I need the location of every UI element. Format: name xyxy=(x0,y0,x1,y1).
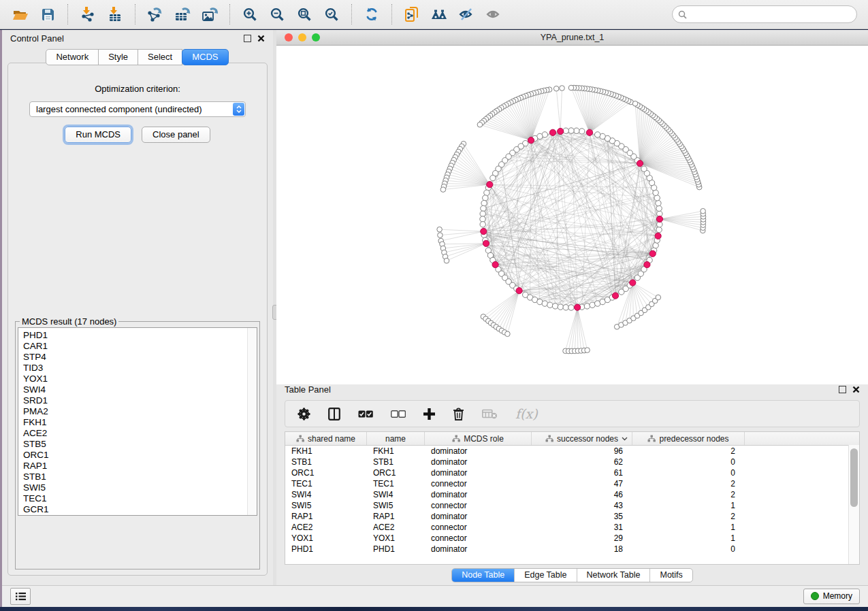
minimize-window-icon[interactable] xyxy=(298,33,306,42)
table-row[interactable]: PHD1PHD1dominator180 xyxy=(285,544,859,555)
mcds-node-item[interactable]: CAR1 xyxy=(23,341,257,352)
mcds-node-item[interactable]: TEC1 xyxy=(23,493,257,504)
column-header-predecessor-nodes[interactable]: predecessor nodes xyxy=(632,432,745,445)
column-header-MCDS-role[interactable]: MCDS role xyxy=(425,432,532,445)
mcds-node-item[interactable]: STB1 xyxy=(23,472,257,482)
deselect-all-button[interactable] xyxy=(391,410,406,418)
mcds-node-item[interactable]: STP4 xyxy=(23,352,257,363)
show-columns-button[interactable] xyxy=(328,408,340,420)
tab-select[interactable]: Select xyxy=(138,49,182,65)
toolbar-separator xyxy=(229,4,230,24)
save-button[interactable] xyxy=(34,2,61,27)
gear-icon xyxy=(298,408,310,420)
table-row[interactable]: ORC1ORC1dominator610 xyxy=(285,467,859,478)
select-all-button[interactable] xyxy=(358,410,373,418)
add-row-button[interactable] xyxy=(423,408,435,420)
table-row[interactable]: RAP1RAP1dominator352 xyxy=(285,511,859,522)
cell: ACE2 xyxy=(285,523,367,532)
mcds-node-item[interactable]: SWI4 xyxy=(23,384,257,395)
float-table-panel-icon[interactable] xyxy=(839,386,846,393)
show-visibility-button[interactable] xyxy=(480,2,507,27)
export-table-icon xyxy=(174,7,191,22)
network-window: YPA_prune.txt_1 xyxy=(276,30,868,381)
cell: TEC1 xyxy=(285,479,367,489)
main-toolbar xyxy=(0,0,868,29)
float-panel-icon[interactable] xyxy=(244,35,251,42)
mcds-node-item[interactable]: SWI5 xyxy=(23,482,257,493)
mcds-node-item[interactable]: PHD1 xyxy=(23,330,257,341)
column-header-name[interactable]: name xyxy=(367,432,425,445)
toolbar-separator xyxy=(135,4,135,24)
table-row[interactable]: TEC1TEC1connector472 xyxy=(285,478,859,489)
table-row[interactable]: SWI5SWI5connector431 xyxy=(285,500,859,511)
memory-button[interactable]: Memory xyxy=(803,589,860,604)
table-row[interactable]: STB1STB1dominator620 xyxy=(285,457,859,467)
show-panels-button[interactable] xyxy=(10,588,31,605)
cell: SWI5 xyxy=(285,501,367,510)
maximize-window-icon[interactable] xyxy=(312,33,320,42)
open-file-button[interactable] xyxy=(7,2,34,27)
mcds-node-item[interactable]: STB5 xyxy=(23,439,257,450)
mcds-node-item[interactable]: PMA2 xyxy=(23,406,257,417)
table-row[interactable]: FKH1FKH1dominator962 xyxy=(285,446,859,457)
cell: STB1 xyxy=(285,457,367,467)
tab-network[interactable]: Network xyxy=(46,49,99,65)
memory-status-icon xyxy=(811,592,819,600)
mcds-node-item[interactable]: ORC1 xyxy=(23,450,257,461)
table-row[interactable]: ACE2ACE2connector311 xyxy=(285,522,859,533)
column-header-shared-name[interactable]: shared name xyxy=(285,432,367,445)
import-table-button[interactable] xyxy=(101,2,129,27)
export-image-button[interactable] xyxy=(196,2,223,27)
tab-style[interactable]: Style xyxy=(98,49,138,65)
export-network-button[interactable] xyxy=(142,2,169,27)
zoom-in-button[interactable] xyxy=(236,2,263,27)
close-panel-button[interactable]: Close panel xyxy=(142,127,210,143)
toolbar-separator xyxy=(391,4,392,24)
hide-visibility-button[interactable] xyxy=(453,2,480,27)
search-input[interactable] xyxy=(690,7,856,22)
run-mcds-button[interactable]: Run MCDS xyxy=(65,127,131,143)
table-row[interactable]: YOX1YOX1connector291 xyxy=(285,533,859,544)
sort-desc-icon[interactable] xyxy=(622,437,628,441)
mcds-node-item[interactable]: YOX1 xyxy=(23,374,257,384)
mcds-node-item[interactable]: ACE2 xyxy=(23,428,257,439)
search-field[interactable] xyxy=(672,5,857,23)
table-scrollbar-thumb[interactable] xyxy=(850,448,858,507)
mcds-node-item[interactable]: RAP1 xyxy=(23,461,257,472)
tab-node-table[interactable]: Node Table xyxy=(452,569,514,582)
mcds-node-item[interactable]: GCR1 xyxy=(23,504,257,515)
refresh-button[interactable] xyxy=(358,2,385,27)
delete-row-button[interactable] xyxy=(453,408,464,420)
network-titlebar[interactable]: YPA_prune.txt_1 xyxy=(276,30,868,46)
tab-motifs[interactable]: Motifs xyxy=(649,569,692,582)
mcds-result-list[interactable]: PHD1CAR1STP4TID3YOX1SWI4SRD1PMA2FKH1ACE2… xyxy=(18,327,257,516)
zoom-selected-button[interactable] xyxy=(318,2,345,27)
mcds-list-scrollbar[interactable] xyxy=(247,328,257,515)
export-table-button[interactable] xyxy=(169,2,196,27)
mcds-node-item[interactable]: FKH1 xyxy=(23,417,257,428)
tab-network-table[interactable]: Network Table xyxy=(577,569,650,582)
close-window-icon[interactable] xyxy=(285,33,293,42)
table-header-row: shared namenameMCDS rolesuccessor nodesp… xyxy=(285,432,859,446)
table-row[interactable]: SWI4SWI4dominator462 xyxy=(285,489,859,500)
search-network-button[interactable] xyxy=(425,2,453,27)
close-table-panel-icon[interactable] xyxy=(852,386,860,393)
table-scrollbar[interactable] xyxy=(848,445,859,564)
desktop-wallpaper-strip xyxy=(0,607,868,611)
zoom-fit-button[interactable] xyxy=(291,2,318,27)
network-canvas[interactable] xyxy=(276,46,868,384)
mcds-result-group: MCDS result (17 nodes) PHD1CAR1STP4TID3Y… xyxy=(15,316,260,569)
list-icon xyxy=(16,592,26,601)
mcds-node-item[interactable]: TID3 xyxy=(23,363,257,374)
import-network-button[interactable] xyxy=(74,2,101,27)
mcds-node-item[interactable]: SRD1 xyxy=(23,395,257,406)
close-panel-icon[interactable] xyxy=(257,35,265,42)
criterion-select[interactable]: largest connected component (undirected) xyxy=(29,101,246,117)
column-header-successor-nodes[interactable]: successor nodes xyxy=(532,432,632,445)
zoom-out-button[interactable] xyxy=(263,2,291,27)
table-settings-button[interactable] xyxy=(298,408,310,420)
share-document-button[interactable] xyxy=(398,2,425,27)
tab-mcds[interactable]: MCDS xyxy=(182,49,228,65)
cell: 35 xyxy=(532,512,632,521)
tab-edge-table[interactable]: Edge Table xyxy=(514,569,576,582)
